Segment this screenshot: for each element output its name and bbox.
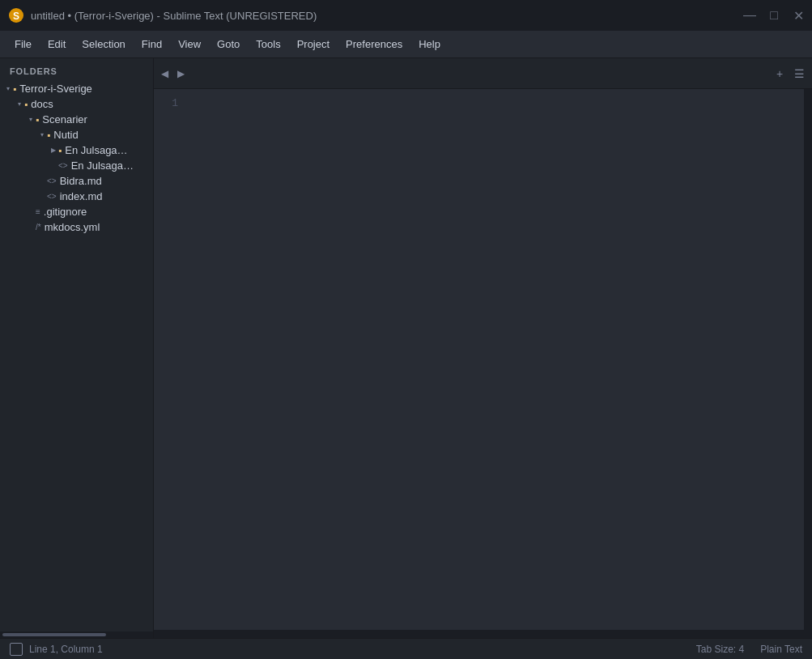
folder-icon-enjulsaga-folder: ▪ [58,145,62,156]
menu-item-goto[interactable]: Goto [209,35,248,53]
tree-label-gitignore: .gitignore [44,206,87,218]
folder-icon-scenarier: ▪ [36,114,39,125]
menu-item-find[interactable]: Find [134,35,170,53]
menu-item-project[interactable]: Project [289,35,338,53]
file-icon-bidra: <> [47,176,57,185]
tree-item-index[interactable]: <>index.md [0,189,153,204]
editor-text[interactable] [188,89,804,630]
folder-arrow-nutid[interactable]: ▾ [37,130,47,140]
sidebar-scrollbar[interactable] [2,633,106,636]
tree-label-scenarier: Scenarier [42,113,87,125]
main-container: FOLDERS ▾▪Terror-i-Sverige▾▪docs▾▪Scenar… [0,58,812,638]
menu-item-edit[interactable]: Edit [40,35,74,53]
menu-bar: FileEditSelectionFindViewGotoToolsProjec… [0,31,812,58]
folder-icon-nutid: ▪ [47,130,50,141]
tree-label-docs: docs [31,98,53,110]
tree-item-nutid[interactable]: ▾▪Nutid [0,127,153,142]
syntax-type[interactable]: Plain Text [760,644,802,655]
tree-item-enjulsaga-file[interactable]: <>En Julsaga… [0,158,153,173]
tree-item-enjulsaga-folder[interactable]: ▶▪En Julsaga… [0,142,153,158]
tree-label-root: Terror-i-Sverige [19,83,92,95]
tab-controls: + ☰ [767,58,812,88]
tab-bar: ◀ ▶ + ☰ [154,58,812,89]
tree-label-enjulsaga-folder: En Julsaga… [65,144,127,156]
file-icon-enjulsaga-file: <> [58,161,68,170]
folder-arrow-docs[interactable]: ▾ [15,100,24,109]
minimize-button[interactable]: — [744,10,755,21]
right-scrollbar[interactable] [804,89,812,630]
status-icon [10,643,23,656]
cursor-position[interactable]: Line 1, Column 1 [29,644,103,655]
title-bar-controls: — □ ✕ [744,10,804,21]
sidebar: FOLDERS ▾▪Terror-i-Sverige▾▪docs▾▪Scenar… [0,58,154,638]
tree-label-enjulsaga-file: En Julsaga… [71,159,134,172]
tree-item-bidra[interactable]: <>Bidra.md [0,173,153,189]
tree-label-nutid: Nutid [53,129,78,141]
folder-arrow-scenarier[interactable]: ▾ [26,115,36,125]
title-bar-left: S untitled • (Terror-i-Sverige) - Sublim… [8,7,317,23]
status-right: Tab Size: 4 Plain Text [696,644,802,655]
file-icon-index: <> [47,192,57,201]
folder-arrow-root[interactable]: ▾ [3,84,13,94]
file-tree[interactable]: ▾▪Terror-i-Sverige▾▪docs▾▪Scenarier▾▪Nut… [0,81,153,631]
tree-item-gitignore[interactable]: ≡.gitignore [0,204,153,219]
app-icon: S [8,7,24,23]
maximize-button[interactable]: □ [768,10,780,21]
folder-icon-root: ▪ [13,83,16,95]
add-tab-button[interactable]: + [772,66,788,82]
tree-label-mkdocs: mkdocs.yml [45,221,100,233]
menu-item-tools[interactable]: Tools [248,35,288,53]
editor-area: ◀ ▶ + ☰ 1 [154,58,812,638]
tab-nav-right-button[interactable]: ▶ [173,65,188,83]
tree-label-index: index.md [60,190,103,202]
close-button[interactable]: ✕ [793,10,804,21]
editor-horizontal-scrollbar[interactable] [154,630,812,638]
file-icon-gitignore: ≡ [36,207,40,216]
tab-nav: ◀ ▶ [154,58,191,88]
line-numbers: 1 [154,89,188,630]
tree-label-bidra: Bidra.md [60,175,102,187]
status-bar: Line 1, Column 1 Tab Size: 4 Plain Text [0,638,812,659]
menu-item-selection[interactable]: Selection [74,35,133,53]
line-number-1: 1 [154,96,188,112]
sidebar-header: FOLDERS [0,58,153,81]
folder-icon-docs: ▪ [24,99,28,110]
tab-size[interactable]: Tab Size: 4 [696,644,744,655]
menu-item-help[interactable]: Help [410,35,449,53]
tab-nav-left-button[interactable]: ◀ [157,65,172,83]
tree-item-docs[interactable]: ▾▪docs [0,96,153,112]
tree-item-scenarier[interactable]: ▾▪Scenarier [0,112,153,127]
sidebar-scrollbar-container [0,631,153,638]
menu-item-view[interactable]: View [170,35,209,53]
title-bar: S untitled • (Terror-i-Sverige) - Sublim… [0,0,812,31]
folder-arrow-enjulsaga-folder[interactable]: ▶ [49,146,58,155]
editor-content[interactable]: 1 [154,89,812,630]
tree-item-root[interactable]: ▾▪Terror-i-Sverige [0,81,153,96]
status-left: Line 1, Column 1 [10,643,103,656]
title-text: untitled • (Terror-i-Sverige) - Sublime … [31,10,317,22]
file-icon-mkdocs: /* [36,223,41,232]
menu-item-file[interactable]: File [6,35,40,53]
tree-item-mkdocs[interactable]: /*mkdocs.yml [0,219,153,235]
svg-text:S: S [13,11,19,22]
layout-button[interactable]: ☰ [791,66,807,82]
menu-item-preferences[interactable]: Preferences [338,35,410,53]
